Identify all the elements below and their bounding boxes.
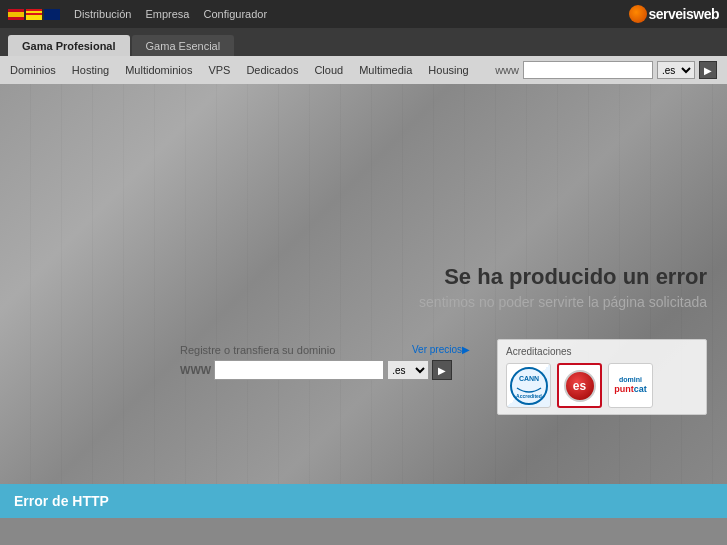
svg-text:CANN: CANN — [518, 375, 538, 382]
accreditations-title: Acreditaciones — [506, 346, 698, 357]
accreditations-logos: CANN Accredited es dominipuntcat — [506, 363, 698, 408]
error-subtitle: sentimos no poder servirte la página sol… — [419, 294, 707, 310]
cat-badge: dominipuntcat — [608, 363, 653, 408]
nav-bar: Dominios Hosting Multidominios VPS Dedic… — [0, 56, 727, 84]
cat-label-text: dominipuntcat — [614, 376, 647, 395]
top-bar-left: Distribución Empresa Configurador — [8, 8, 267, 20]
search-ext-select[interactable]: .es .com .net .cat — [657, 61, 695, 79]
main-content: Se ha producido un error sentimos no pod… — [0, 84, 727, 484]
search-area: www .es .com .net .cat ▶ — [495, 61, 717, 79]
flag-uk-icon[interactable] — [44, 9, 60, 20]
nav-dedicados[interactable]: Dedicados — [246, 64, 298, 76]
top-bar: Distribución Empresa Configurador servei… — [0, 0, 727, 28]
domain-input-row: WWW .es .com .net .cat ▶ — [180, 360, 470, 380]
nav-empresa[interactable]: Empresa — [145, 8, 189, 20]
nav-vps[interactable]: VPS — [208, 64, 230, 76]
http-error-label: Error de HTTP — [14, 493, 109, 509]
domain-register-label: Registre o transfiera su dominio — [180, 344, 335, 356]
top-nav-links: Distribución Empresa Configurador — [74, 8, 267, 20]
svg-text:Accredited: Accredited — [516, 393, 542, 399]
ver-precios-link[interactable]: Ver precios▶ — [412, 344, 470, 356]
es-badge: es — [557, 363, 602, 408]
nav-hosting[interactable]: Hosting — [72, 64, 109, 76]
nav-housing[interactable]: Housing — [428, 64, 468, 76]
search-label: www — [495, 64, 519, 76]
nav-dominios[interactable]: Dominios — [10, 64, 56, 76]
es-dot-icon: es — [564, 370, 596, 402]
tab-bar: Gama Profesional Gama Esencial — [0, 28, 727, 56]
nav-cloud[interactable]: Cloud — [314, 64, 343, 76]
nav-links: Dominios Hosting Multidominios VPS Dedic… — [10, 64, 469, 76]
domain-input[interactable] — [214, 360, 384, 380]
nav-multidominios[interactable]: Multidominios — [125, 64, 192, 76]
nav-multimedia[interactable]: Multimedia — [359, 64, 412, 76]
logo-icon — [629, 5, 647, 23]
domain-register-box: Registre o transfiera su dominio Ver pre… — [180, 344, 470, 380]
nav-distribucion[interactable]: Distribución — [74, 8, 131, 20]
cann-badge: CANN Accredited — [506, 363, 551, 408]
search-button[interactable]: ▶ — [699, 61, 717, 79]
http-error-bar: Error de HTTP — [0, 484, 727, 518]
tab-gama-esencial[interactable]: Gama Esencial — [132, 35, 235, 56]
flag-catalan-icon[interactable] — [26, 9, 42, 20]
flag-spain-icon[interactable] — [8, 9, 24, 20]
domain-register-title-row: Registre o transfiera su dominio Ver pre… — [180, 344, 470, 356]
error-title: Se ha producido un error — [444, 264, 707, 290]
domain-search-button[interactable]: ▶ — [432, 360, 452, 380]
logo[interactable]: serveisweb — [629, 5, 720, 23]
domain-ext-select[interactable]: .es .com .net .cat — [387, 360, 429, 380]
domain-www-label: WWW — [180, 364, 211, 376]
cat-badge-inner: dominipuntcat — [614, 376, 647, 395]
nav-configurador[interactable]: Configurador — [204, 8, 268, 20]
logo-text: serveisweb — [649, 6, 720, 22]
tab-gama-profesional[interactable]: Gama Profesional — [8, 35, 130, 56]
search-input[interactable] — [523, 61, 653, 79]
accreditations-box: Acreditaciones CANN Accredited es domini… — [497, 339, 707, 415]
